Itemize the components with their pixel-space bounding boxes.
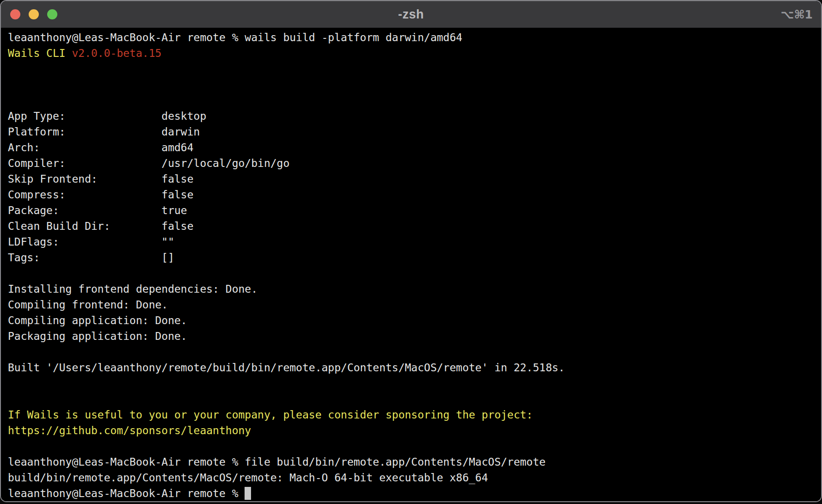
terminal-line: Compiler: /usr/local/go/bin/go: [8, 155, 821, 171]
terminal-line: Package: true: [8, 203, 821, 218]
keyboard-shortcut-badge: ⌥⌘1: [781, 1, 813, 28]
sponsor-url[interactable]: https://github.com/sponsors/leaanthony: [8, 424, 251, 436]
title-bar[interactable]: -zsh ⌥⌘1: [1, 1, 821, 28]
text-segment: Platform: darwin: [8, 126, 200, 138]
terminal-line: leaanthony@Leas-MacBook-Air remote % fil…: [8, 454, 821, 470]
terminal-line: Compiling frontend: Done.: [8, 297, 821, 313]
text-cursor: [245, 487, 251, 500]
terminal-line: leaanthony@Leas-MacBook-Air remote %: [8, 486, 821, 501]
terminal-line: Compress: false: [8, 187, 821, 203]
text-segment: Compiling application: Done.: [8, 314, 187, 326]
text-segment: If Wails is useful to you or your compan…: [8, 409, 533, 421]
text-segment: Built '/Users/leaanthony/remote/build/bi…: [8, 362, 565, 374]
text-segment: leaanthony@Leas-MacBook-Air remote % fil…: [8, 456, 546, 468]
text-segment: Tags: []: [8, 252, 174, 264]
terminal-line: leaanthony@Leas-MacBook-Air remote % wai…: [8, 30, 821, 45]
terminal-line: Platform: darwin: [8, 124, 821, 140]
text-segment: Package: true: [8, 204, 187, 216]
terminal-line: [8, 375, 821, 391]
terminal-line: [8, 61, 821, 77]
terminal-line: https://github.com/sponsors/leaanthony: [8, 423, 821, 438]
terminal-line: Installing frontend dependencies: Done.: [8, 281, 821, 297]
window-controls: [10, 1, 57, 28]
terminal-line: Built '/Users/leaanthony/remote/build/bi…: [8, 360, 821, 375]
zoom-button[interactable]: [47, 9, 57, 19]
terminal-window: -zsh ⌥⌘1 leaanthony@Leas-MacBook-Air rem…: [0, 0, 822, 502]
terminal-output[interactable]: leaanthony@Leas-MacBook-Air remote % wai…: [1, 28, 821, 501]
terminal-line: If Wails is useful to you or your compan…: [8, 407, 821, 423]
terminal-line: App Type: desktop: [8, 108, 821, 124]
terminal-line: LDFlags: "": [8, 234, 821, 250]
terminal-line: Tags: []: [8, 250, 821, 265]
text-segment: Clean Build Dir: false: [8, 220, 194, 232]
text-segment: leaanthony@Leas-MacBook-Air remote %: [8, 487, 245, 499]
text-segment: Compiler: /usr/local/go/bin/go: [8, 157, 289, 169]
text-segment: Installing frontend dependencies: Done.: [8, 283, 258, 295]
window-title: -zsh: [398, 7, 424, 22]
terminal-line: build/bin/remote.app/Contents/MacOS/remo…: [8, 470, 821, 486]
text-segment: leaanthony@Leas-MacBook-Air remote % wai…: [8, 31, 462, 43]
text-segment: App Type: desktop: [8, 110, 206, 122]
terminal-line: [8, 77, 821, 92]
close-button[interactable]: [10, 9, 20, 19]
text-segment: Compress: false: [8, 189, 194, 201]
terminal-line: Skip Frontend: false: [8, 171, 821, 187]
terminal-line: [8, 92, 821, 108]
terminal-line: [8, 438, 821, 454]
text-segment: build/bin/remote.app/Contents/MacOS/remo…: [8, 472, 488, 484]
text-segment: Compiling frontend: Done.: [8, 299, 168, 311]
terminal-line: [8, 391, 821, 407]
text-segment: Skip Frontend: false: [8, 173, 194, 185]
text-segment: Packaging application: Done.: [8, 330, 187, 342]
text-segment: Wails CLI: [8, 47, 72, 59]
terminal-line: Compiling application: Done.: [8, 313, 821, 328]
terminal-line: Wails CLI v2.0.0-beta.15: [8, 45, 821, 61]
terminal-line: Packaging application: Done.: [8, 328, 821, 344]
terminal-line: Clean Build Dir: false: [8, 218, 821, 234]
terminal-line: Arch: amd64: [8, 140, 821, 155]
terminal-line: [8, 344, 821, 360]
text-segment: LDFlags: "": [8, 236, 174, 248]
terminal-line: [8, 265, 821, 281]
text-segment: v2.0.0-beta.15: [72, 47, 161, 59]
minimize-button[interactable]: [29, 9, 39, 19]
text-segment: Arch: amd64: [8, 141, 194, 154]
